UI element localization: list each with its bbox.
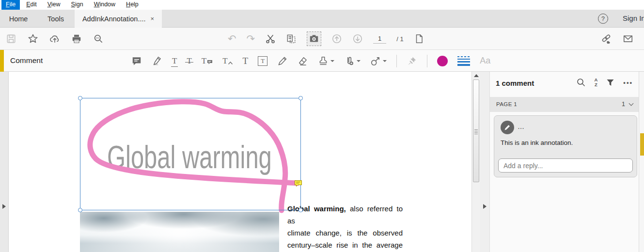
prev-page-icon[interactable] (331, 33, 342, 44)
right-panel-strip (480, 72, 489, 252)
insert-text-letter: T (222, 57, 227, 65)
color-picker-button[interactable] (437, 56, 448, 66)
menu-sign[interactable]: Sign (67, 0, 88, 10)
tab-document[interactable]: AddInkAnnotation.... × (75, 10, 162, 28)
selection-handle-bottom-right[interactable] (298, 208, 303, 212)
stamp-caret-icon (330, 60, 334, 62)
left-panel-toggle-icon[interactable] (2, 204, 6, 209)
print-icon[interactable] (71, 33, 82, 44)
text-box-icon[interactable]: T (258, 56, 267, 66)
paragraph-line: climate change, is the observed (287, 227, 403, 239)
snapshot-camera-icon[interactable] (307, 32, 321, 46)
next-page-icon[interactable] (352, 33, 363, 44)
page-section-label: PAGE 1 (496, 101, 517, 107)
underline-text-icon[interactable]: T (172, 57, 177, 65)
ink-annotation-avatar (501, 121, 514, 134)
sticky-note-icon[interactable] (131, 56, 142, 66)
help-glyph: ? (601, 16, 605, 22)
menu-bar: File Edit View Sign Window Help (0, 0, 644, 10)
page-view-icon[interactable] (414, 33, 424, 44)
shapes-icon[interactable] (370, 56, 387, 66)
shapes-caret-icon (383, 60, 387, 62)
annotation-selection-box[interactable] (80, 98, 301, 210)
star-icon[interactable] (28, 33, 38, 44)
redo-icon[interactable]: ↷ (247, 34, 255, 44)
page-section-header[interactable]: PAGE 1 1 (490, 97, 639, 112)
right-panel-toggle-icon[interactable] (483, 204, 487, 209)
text-box-letter: T (261, 58, 265, 64)
scrollbar-thumb[interactable] (473, 79, 479, 182)
undo-icon[interactable]: ↶ (228, 34, 236, 44)
filter-comments-icon[interactable] (606, 78, 615, 87)
help-icon[interactable]: ? (598, 14, 608, 24)
copy-page-icon[interactable] (286, 33, 297, 44)
selection-handle-top-left[interactable] (78, 96, 82, 100)
replace-text-letter: T (202, 57, 206, 65)
scroll-up-icon[interactable] (474, 74, 479, 77)
font-options-button[interactable]: Aa (480, 56, 490, 66)
paragraph-line: Global warming, also referred to as (287, 203, 403, 227)
erase-icon[interactable] (298, 56, 308, 66)
comment-body-text: This is an ink annotation. (501, 139, 573, 146)
toolbar-separator (427, 55, 427, 67)
selection-handle-top-right[interactable] (298, 96, 303, 100)
search-comments-icon[interactable] (576, 78, 586, 87)
comment-options-icon[interactable]: ... (518, 124, 525, 130)
scissors-icon[interactable] (265, 33, 276, 44)
page-number-input[interactable] (373, 34, 386, 44)
acrobat-window: File Edit View Sign Window Help Home Too… (0, 0, 644, 252)
keep-tool-pin-icon[interactable] (407, 56, 417, 66)
comment-toolbar: Comment T T T T T T (0, 50, 644, 72)
cloud-upload-icon[interactable] (49, 33, 60, 44)
sort-z-letter: Z (595, 82, 597, 87)
tab-tools-label: Tools (47, 15, 64, 23)
attach-caret-icon (357, 60, 361, 62)
save-icon[interactable] (6, 33, 16, 44)
add-text-comment-icon[interactable]: T (243, 56, 249, 65)
marquee-zoom-icon[interactable] (93, 33, 104, 44)
tab-bar: Home Tools AddInkAnnotation.... × ? Sign… (0, 10, 644, 28)
scrollbar-grip (474, 129, 478, 135)
tab-tools[interactable]: Tools (37, 10, 75, 28)
tab-home[interactable]: Home (0, 10, 37, 28)
draw-icon[interactable] (277, 56, 288, 66)
replace-text-icon[interactable]: T (202, 57, 213, 65)
comment-location-marker[interactable] (640, 133, 644, 156)
strikethrough-text-icon[interactable]: T (187, 57, 191, 65)
tab-document-label: AddInkAnnotation.... (82, 15, 146, 23)
document-paragraph: Global warming, also referred to as clim… (287, 203, 403, 252)
stamp-icon[interactable] (318, 56, 334, 66)
ink-note-icon[interactable] (294, 180, 303, 188)
comment-card[interactable]: ... This is an ink annotation. (494, 115, 637, 177)
attach-icon[interactable] (344, 56, 361, 66)
sort-comments-icon[interactable]: A Z (594, 78, 597, 87)
comment-panel-options-icon[interactable]: ••• (623, 79, 633, 86)
tab-home-label: Home (9, 15, 28, 23)
insert-text-icon[interactable]: T (222, 57, 233, 65)
comments-panel: 1 comment A Z ••• PAGE 1 1 (489, 72, 639, 252)
document-scrollbar[interactable] (471, 72, 480, 252)
toolbar-separator (396, 55, 397, 67)
menu-file[interactable]: File (1, 0, 20, 10)
reply-input[interactable] (498, 158, 633, 173)
line-weight-button[interactable] (457, 56, 470, 66)
email-icon[interactable] (623, 33, 633, 44)
menu-help[interactable]: Help (122, 0, 143, 10)
page-section-count: 1 (622, 101, 625, 108)
menu-view[interactable]: View (43, 0, 65, 10)
paragraph-line: century–scale rise in the average (287, 239, 403, 251)
menu-window[interactable]: Window (90, 0, 120, 10)
panel-edge-strip (639, 72, 644, 252)
close-tab-icon[interactable]: × (151, 16, 155, 22)
main-toolbar: ↶ ↷ / 1 (0, 28, 644, 50)
chevron-down-icon[interactable] (629, 101, 634, 106)
comment-accent-bar (0, 50, 4, 72)
selection-handle-bottom-left[interactable] (78, 208, 82, 212)
document-photo (80, 212, 279, 252)
page-count-label: / 1 (396, 35, 403, 43)
menu-edit[interactable]: Edit (22, 0, 41, 10)
comment-toolbar-title: Comment (10, 56, 43, 65)
highlight-icon[interactable] (152, 56, 162, 66)
shared-link-icon[interactable] (601, 33, 612, 44)
sign-in-button[interactable]: Sign In (623, 14, 644, 22)
